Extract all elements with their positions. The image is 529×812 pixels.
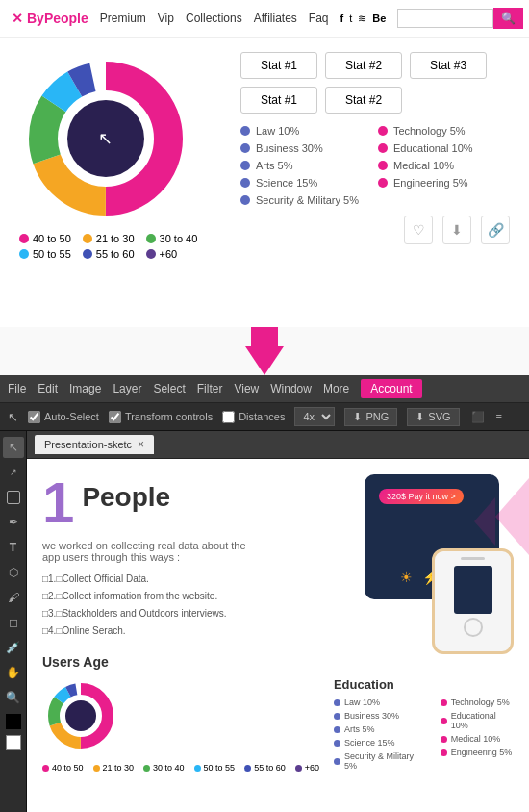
- mini-dot: [244, 765, 251, 772]
- legend-item-2: 21 to 30: [83, 233, 135, 244]
- more-icon[interactable]: ≡: [496, 411, 502, 422]
- menu-filter[interactable]: Filter: [197, 382, 223, 395]
- mini-cat-dot: [334, 699, 340, 706]
- move-tool-icon: ↖: [8, 410, 18, 424]
- slide-header: 1 People: [42, 474, 355, 532]
- cat-label: Science 15%: [256, 177, 317, 189]
- heart-icon[interactable]: ♡: [404, 216, 433, 244]
- direct-select-tool[interactable]: ↗: [3, 462, 24, 483]
- nav-faq[interactable]: Faq: [309, 12, 329, 25]
- mini-legend: 40 to 50 21 to 30 30 to 40: [42, 763, 319, 773]
- menu-more[interactable]: More: [323, 382, 349, 395]
- list-item-1: □1.□Collect Official Data.: [42, 571, 254, 588]
- arrow-section: [0, 327, 529, 375]
- cat-medical: Medical 10%: [378, 160, 473, 171]
- auto-select-check[interactable]: [28, 411, 40, 423]
- mini-cat-label: Technology 5%: [451, 698, 510, 707]
- export-icon[interactable]: ⬛: [471, 411, 485, 423]
- stat-btn-3[interactable]: Stat #3: [410, 52, 487, 79]
- menu-layer[interactable]: Layer: [113, 382, 141, 395]
- stat-btn-5[interactable]: Stat #2: [325, 87, 402, 114]
- distances-check[interactable]: [222, 411, 235, 423]
- transform-checkbox: Transform controls: [109, 411, 213, 423]
- stat-btn-4[interactable]: Stat #1: [240, 87, 317, 114]
- eyedropper-tool[interactable]: 💉: [3, 637, 24, 658]
- mini-cat-medical: Medical 10%: [441, 734, 514, 744]
- legend-label-5: 55 to 60: [96, 248, 135, 260]
- distances-label: Distances: [239, 411, 285, 422]
- zoom-tool[interactable]: 🔍: [3, 687, 24, 708]
- slide-top-row: 1 People we worked on collecting real da…: [42, 474, 514, 640]
- nav-collections[interactable]: Collections: [186, 12, 242, 25]
- category-col-right: Technology 5% Educational 10% Medical 10…: [378, 125, 473, 206]
- cat-dot: [378, 161, 388, 170]
- transform-check[interactable]: [109, 411, 121, 423]
- menu-select[interactable]: Select: [153, 382, 185, 395]
- users-age-section: Users Age: [42, 654, 514, 773]
- search-button[interactable]: 🔍: [493, 8, 523, 29]
- svg-text:↖: ↖: [98, 129, 113, 148]
- legend-dot-cyan: [19, 249, 29, 259]
- legend-item-1: 40 to 50: [19, 233, 71, 244]
- cat-security: Security & Military 5%: [240, 194, 359, 206]
- select-tool[interactable]: ↖: [3, 437, 24, 458]
- nav-affiliates[interactable]: Affiliates: [254, 12, 297, 25]
- menu-file[interactable]: File: [8, 382, 26, 395]
- png-export-button[interactable]: ⬇ PNG: [344, 408, 397, 426]
- menu-account[interactable]: Account: [361, 379, 421, 398]
- menu-view[interactable]: View: [234, 382, 259, 395]
- svg-export-button[interactable]: ⬇ SVG: [407, 408, 459, 426]
- pen-tool[interactable]: ✒: [3, 512, 24, 533]
- logo-text: ByPeople: [27, 11, 88, 26]
- cat-dot: [240, 143, 250, 153]
- zoom-select[interactable]: 4x 2x 1x: [294, 407, 335, 426]
- search-input[interactable]: [397, 9, 493, 28]
- cat-dot: [378, 143, 388, 153]
- text-tool[interactable]: T: [3, 537, 24, 558]
- mini-cat-engineering: Engineering 5%: [441, 748, 514, 757]
- mini-legend-label: 30 to 40: [153, 763, 185, 773]
- background-color[interactable]: [6, 735, 21, 750]
- mini-donut-chart: [42, 677, 119, 754]
- category-col-left: Law 10% Business 30% Arts 5% Science 15%: [240, 125, 359, 206]
- mini-legend-6: +60: [295, 763, 319, 773]
- menu-edit[interactable]: Edit: [38, 382, 58, 395]
- menu-window[interactable]: Window: [270, 382, 312, 395]
- stat-buttons: Stat #1 Stat #2 Stat #3 Stat #1 Stat #2: [240, 52, 510, 114]
- rectangle-tool[interactable]: [7, 491, 20, 504]
- link-icon[interactable]: 🔗: [481, 216, 510, 244]
- nav-premium[interactable]: Premium: [100, 12, 146, 25]
- nav-vip[interactable]: Vip: [158, 12, 174, 25]
- twitter-icon[interactable]: t: [349, 13, 352, 24]
- phone-home-button: [464, 618, 483, 637]
- brush-tool[interactable]: 🖌: [3, 587, 24, 608]
- foreground-color[interactable]: [6, 714, 21, 729]
- tab-presentation[interactable]: Presentation-sketc ×: [35, 435, 154, 454]
- hand-tool[interactable]: ✋: [3, 662, 24, 683]
- behance-icon[interactable]: Be: [372, 13, 386, 24]
- mini-cat-technology: Technology 5%: [441, 698, 514, 707]
- chart-legend: 40 to 50 21 to 30 30 to 40 50 to 55 55 t…: [19, 233, 221, 260]
- download-icon[interactable]: ⬇: [442, 216, 471, 244]
- triangle-deco-2: [474, 497, 495, 546]
- legend-dot-pink: [19, 234, 29, 243]
- eraser-tool[interactable]: ◻: [3, 612, 24, 633]
- stat-btn-2[interactable]: Stat #2: [325, 52, 402, 79]
- legend-dot-green: [146, 234, 156, 243]
- mini-legend-4: 50 to 55: [194, 763, 236, 773]
- mini-cat-label: Science 15%: [344, 738, 395, 748]
- mini-cat-dot: [441, 736, 447, 743]
- shape-tool[interactable]: ⬡: [3, 562, 24, 583]
- rss-icon[interactable]: ≋: [358, 13, 366, 25]
- nav-logo[interactable]: ✕ ByPeople: [12, 11, 88, 26]
- svg-label: SVG: [428, 411, 450, 422]
- mini-cat-dot: [334, 726, 340, 733]
- menu-bar: File Edit Image Layer Select Filter View…: [0, 375, 529, 403]
- facebook-icon[interactable]: f: [340, 13, 344, 24]
- price-badge[interactable]: 320$ Pay it now >: [379, 489, 464, 504]
- tab-close-button[interactable]: ×: [138, 438, 144, 451]
- arrow-head: [245, 346, 284, 375]
- menu-image[interactable]: Image: [69, 382, 101, 395]
- stat-btn-1[interactable]: Stat #1: [240, 52, 317, 79]
- chart-container: ↖ 40 to 50 21 to 30 30 to 40 5: [19, 52, 221, 260]
